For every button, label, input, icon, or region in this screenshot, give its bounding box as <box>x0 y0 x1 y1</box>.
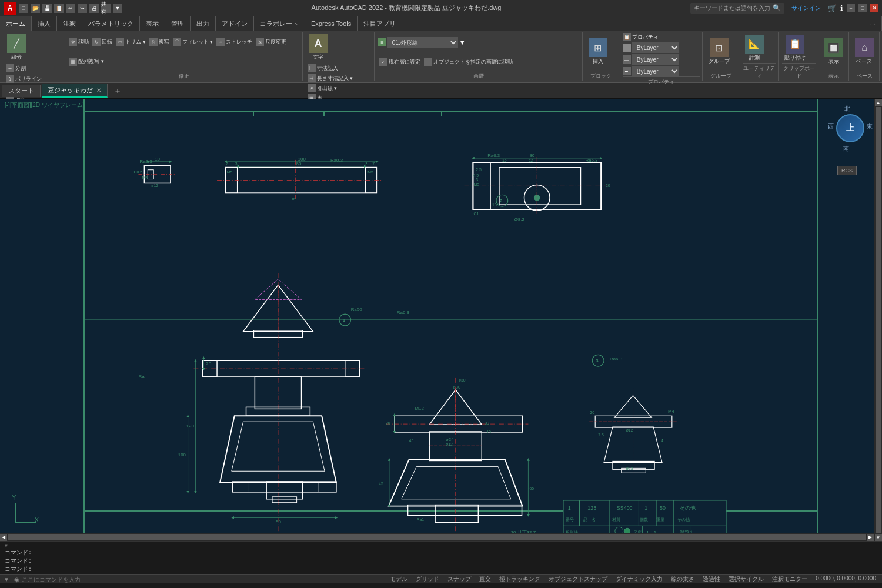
setcurrent-icon: ✓ <box>379 58 387 66</box>
svg-rect-90 <box>435 505 478 523</box>
status-lw[interactable]: 線の太さ <box>669 575 697 583</box>
polyline-button[interactable]: ⤵ポリライン <box>5 74 43 83</box>
save-button[interactable]: 💾 <box>42 4 52 13</box>
ribbon-tab-bar: ホーム 挿入 注釈 パラメトリック 表示 管理 出力 アドイン コラボレート E… <box>0 16 882 31</box>
tab-close-button[interactable]: ✕ <box>96 87 101 93</box>
split-button[interactable]: ⊸分割 <box>5 64 43 73</box>
linetype-dropdown[interactable]: ByLayer <box>632 54 679 65</box>
new-tab-button[interactable]: ＋ <box>109 84 126 98</box>
base-button[interactable]: ⌂ ベース <box>853 37 876 66</box>
status-snap[interactable]: スナップ <box>445 575 473 583</box>
text-button[interactable]: A 文字 <box>306 33 330 62</box>
tab-annotate[interactable]: 注釈 <box>57 16 82 31</box>
undo-button[interactable]: ↩ <box>66 4 75 13</box>
split-icon: ⊸ <box>6 64 14 72</box>
dim-button[interactable]: ⊢寸法記入 <box>306 64 355 73</box>
scroll-right-button[interactable]: ▶ <box>867 534 874 541</box>
canvas-area[interactable]: [-][平面図][2D ワイヤフレーム] <box>0 99 882 541</box>
tab-home[interactable]: ホーム <box>0 16 32 31</box>
tab-view[interactable]: 表示 <box>140 16 165 31</box>
svg-text:50: 50 <box>660 505 666 511</box>
group-button[interactable]: ⊡ グループ <box>706 37 732 66</box>
ribbon-group-modify: ✥移動 ↻回転 ✂トリム ▾ ⎘複写 ⌒フィレット ▾ ↔ストレッチ ⇲尺度変更… <box>65 32 303 81</box>
scroll-left-button[interactable]: ◀ <box>0 534 7 541</box>
tab-start[interactable]: スタート <box>2 85 41 97</box>
print-button[interactable]: 🖨 <box>89 4 99 13</box>
redo-button[interactable]: ↪ <box>78 4 87 13</box>
saveas-button[interactable]: 📋 <box>54 4 64 13</box>
horizontal-scrollbar[interactable]: ◀ ▶ <box>0 533 874 541</box>
rcs-button[interactable]: RCS <box>837 166 857 175</box>
shopping-icon[interactable]: 🛒 <box>828 4 837 12</box>
lineardim-button[interactable]: ⊣長さ寸法記入 ▾ <box>306 74 355 83</box>
signin-button[interactable]: サインイン <box>788 4 824 12</box>
svg-text:Ra0.3: Ra0.3 <box>330 158 343 163</box>
paste-button[interactable]: 📋 貼り付け <box>782 34 808 63</box>
tab-featured[interactable]: 注目アプリ <box>358 16 402 31</box>
copy-button[interactable]: ⎘複写 <box>148 38 171 47</box>
app-menu-button[interactable]: A <box>4 2 16 15</box>
rotate-button[interactable]: ↻回転 <box>91 38 113 47</box>
info-icon[interactable]: ℹ <box>840 4 843 12</box>
status-annotation[interactable]: 注釈モニター <box>770 575 810 583</box>
status-dynin[interactable]: ダイナミック入力 <box>613 575 665 583</box>
svg-text:20: 20 <box>386 421 390 425</box>
layer-dropdown[interactable]: 01.外形線 <box>387 37 458 48</box>
tab-drawing[interactable]: 豆ジャッキわだ ✕ <box>42 84 108 98</box>
line-button[interactable]: ╱ 線分 <box>5 33 28 62</box>
viewcube-button[interactable]: 🔲 表示 <box>822 37 846 66</box>
scroll-up-button[interactable]: ▲ <box>875 99 882 106</box>
scroll-thumb-v[interactable] <box>876 107 881 533</box>
open-button[interactable]: 📂 <box>31 4 40 13</box>
share-button[interactable]: 共有 <box>101 4 111 13</box>
compass-circle[interactable]: 上 <box>836 114 864 142</box>
tab-addin[interactable]: アドイン <box>216 16 254 31</box>
tab-manage[interactable]: 管理 <box>165 16 191 31</box>
custom-qab[interactable]: ▼ <box>113 4 122 13</box>
measure-button[interactable]: 📐 計測 <box>743 34 766 63</box>
movetolayer-button[interactable]: →オブジェクトを指定の画層に移動 <box>423 57 514 66</box>
paste-icon: 📋 <box>786 35 804 54</box>
setcurrent-button[interactable]: ✓現在層に設定 <box>378 57 422 66</box>
fillet-button[interactable]: ⌒フィレット ▾ <box>172 38 215 47</box>
status-osnap[interactable]: オブジェクトスナップ <box>546 575 610 583</box>
cad-drawing: Ra0.3 10 M5 C0.5 ø12 100 80 <box>0 99 882 541</box>
status-model[interactable]: モデル <box>387 575 410 583</box>
search-icon[interactable]: 🔍 <box>773 4 781 12</box>
status-transparency[interactable]: 透過性 <box>700 575 723 583</box>
leader-button[interactable]: ↗引出線 ▾ <box>306 83 355 93</box>
array-button[interactable]: ▦配列複写 ▾ <box>68 57 105 66</box>
tab-output[interactable]: 出力 <box>191 16 216 31</box>
tab-collaborate[interactable]: コラボレート <box>254 16 305 31</box>
color-dropdown[interactable]: ByLayer <box>632 42 679 53</box>
layer-dropdown-arrow[interactable]: ▼ <box>459 39 466 46</box>
status-polar[interactable]: 極トラッキング <box>497 575 543 583</box>
tab-parametric[interactable]: パラメトリック <box>82 16 140 31</box>
resize-handle[interactable]: ▼ <box>5 543 877 549</box>
move-button[interactable]: ✥移動 <box>68 38 90 47</box>
close-button[interactable]: ✕ <box>870 4 878 12</box>
vertical-scrollbar[interactable]: ▲ ▼ <box>874 99 882 541</box>
scroll-down-button[interactable]: ▼ <box>875 534 882 541</box>
tab-insert[interactable]: 挿入 <box>32 16 57 31</box>
expand-icon[interactable]: ▼ <box>4 576 9 583</box>
status-ortho[interactable]: 直交 <box>477 575 493 583</box>
status-coord[interactable]: 0.0000, 0.0000, 0.0000 <box>813 575 878 583</box>
search-box[interactable]: キーワードまたは語句を入力 <box>694 4 770 12</box>
stretch-button[interactable]: ↔ストレッチ <box>215 38 253 47</box>
lineweight-dropdown[interactable]: ByLayer <box>632 66 679 76</box>
status-select[interactable]: 選択サイクル <box>726 575 766 583</box>
tab-express[interactable]: Express Tools <box>305 16 358 31</box>
new-button[interactable]: □ <box>19 4 28 13</box>
axis-indicator: Y X <box>9 494 39 523</box>
trim-button[interactable]: ✂トリム ▾ <box>115 38 147 47</box>
scroll-thumb-h[interactable] <box>8 534 866 540</box>
scale-button[interactable]: ⇲尺度変更 <box>255 38 288 47</box>
svg-text:その他: その他 <box>680 505 696 511</box>
command-input[interactable] <box>22 576 139 583</box>
minimize-button[interactable]: － <box>847 4 855 12</box>
insert-button[interactable]: ⊞ 挿入 <box>586 37 610 66</box>
tab-extra[interactable]: ··· <box>864 16 882 31</box>
status-grid[interactable]: グリッド <box>413 575 442 583</box>
maximize-button[interactable]: □ <box>858 4 867 12</box>
